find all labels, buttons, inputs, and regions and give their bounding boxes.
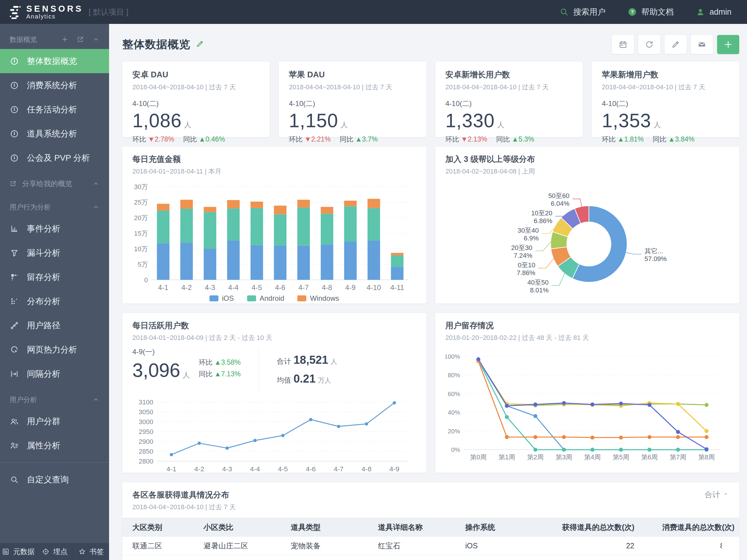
topbar-help-docs-link[interactable]: ?帮助文档 — [627, 6, 673, 17]
table-cell: 联通二区 — [122, 555, 204, 560]
add-button[interactable] — [717, 35, 739, 54]
svg-text:7.86%: 7.86% — [517, 269, 535, 276]
svg-text:20%: 20% — [447, 428, 460, 434]
sidebar-item-overall-overview[interactable]: 整体数据概览 — [0, 49, 109, 73]
plus-icon — [723, 39, 733, 50]
svg-text:20至30: 20至30 — [511, 244, 532, 251]
svg-text:4-9: 4-9 — [389, 465, 399, 473]
sidebar-item-guild-pvp[interactable]: 公会及 PVP 分析 — [0, 146, 109, 170]
table-cell: 22 — [557, 537, 646, 555]
retention-line-chart[interactable]: 0%20%40%60%80%100%第0周第1周第2周第3周第4周第5周第6周第… — [445, 348, 729, 473]
kpi-title: 苹果 DAU — [289, 69, 416, 80]
chart-subtitle: 2018-04-01~2018-04-09 | 过去 2 天 - 过去 10 天 — [132, 333, 416, 342]
topbar-admin-link[interactable]: admin — [696, 7, 731, 17]
section-label: 用户分析 — [9, 395, 37, 404]
sidebar-item-consumption-system[interactable]: 消费系统分析 — [0, 73, 109, 97]
guild-donut-chart[interactable]: 其它...57.09%40至508.01%0至107.86%20至307.24%… — [445, 181, 729, 303]
sidebar-item-interval-analysis[interactable]: 间隔分析 — [0, 362, 109, 386]
refresh-button[interactable] — [638, 35, 660, 54]
share-icon[interactable] — [77, 36, 84, 43]
svg-text:4-1: 4-1 — [158, 284, 169, 292]
kpi-date-range: 2018-04-04~2018-04-10 | 过去 7 天 — [602, 83, 729, 92]
table-header-cell: 消费道具的总次数(次) — [646, 517, 739, 537]
mail-button[interactable] — [691, 35, 713, 54]
brand-line1: SENSORS — [26, 4, 83, 13]
table-title: 各区各服获得道具情况分布 — [132, 489, 236, 500]
table-subtitle: 2018-04-04~2018-04-10 | 过去 7 天 — [132, 503, 236, 512]
footer-bookmarks-button[interactable]: 书签 — [73, 543, 109, 560]
ratio-value: ▼2.21% — [305, 135, 331, 143]
sidebar-section-shared-overview[interactable]: 分享给我的概览 — [0, 174, 109, 193]
ratio-label: 环比 — [445, 135, 459, 143]
svg-text:4-2: 4-2 — [194, 465, 204, 473]
table-row[interactable]: 联通二区避暑山庄二区宠物装备红宝石iOS228 — [122, 537, 722, 555]
ratio-label: 同比 — [199, 370, 212, 378]
aggregate-select[interactable]: 合计 — [704, 489, 729, 500]
table-row[interactable]: 联通二区避暑山庄二区药材舍利子Android226 — [122, 555, 722, 560]
bars-icon — [9, 224, 19, 233]
svg-text:2850: 2850 — [139, 448, 153, 455]
cell-value: 联通二区 — [132, 541, 162, 551]
sidebar-item-task-activity[interactable]: 任务活动分析 — [0, 97, 109, 122]
edit-button[interactable] — [665, 35, 687, 54]
table-cell: 8 — [646, 537, 722, 555]
aggregate-label: 合计 — [704, 489, 720, 500]
sidebar-item-attribute-analysis[interactable]: 属性分析 — [0, 433, 109, 458]
sidebar-item-distribution-analysis[interactable]: 分布分析 — [0, 289, 109, 313]
sidebar-item-event-analysis[interactable]: 事件分析 — [0, 216, 109, 241]
chevron-up-icon[interactable] — [92, 180, 100, 187]
topbar-search-users-link[interactable]: 搜索用户 — [559, 6, 606, 17]
sidebar-item-item-system[interactable]: 道具系统分析 — [0, 122, 109, 146]
dau-line-chart[interactable]: 28002850290029503000305031004-14-24-34-4… — [132, 397, 416, 473]
project-selector[interactable]: [ 默认项目 ] — [89, 7, 128, 17]
kpi-date: 4-10(二) — [132, 99, 260, 108]
svg-text:20万: 20万 — [134, 214, 148, 222]
sidebar-item-custom-query[interactable]: 自定义查询 — [0, 468, 109, 491]
cell-value: 宠物装备 — [291, 541, 320, 551]
share-icon — [9, 180, 17, 187]
kpi-card-ios-new-users: 苹果新增用户数2018-04-04~2018-04-10 | 过去 7 天4-1… — [592, 61, 739, 137]
legend-item[interactable]: Windows — [297, 294, 339, 302]
ratio: 同比▲3.7% — [340, 135, 378, 144]
sidebar-item-label: 分布分析 — [27, 296, 60, 307]
sidebar-item-web-heatmap[interactable]: 网页热力分析 — [0, 338, 109, 362]
svg-text:4-4: 4-4 — [250, 465, 260, 473]
gauge-icon — [9, 81, 19, 90]
sidebar-item-user-segmentation[interactable]: 用户分群 — [0, 409, 109, 433]
svg-text:10至20: 10至20 — [531, 209, 552, 217]
sidebar-item-user-path[interactable]: 用户路径 — [0, 313, 109, 338]
ratio-value: ▲0.46% — [199, 135, 225, 143]
legend-label: iOS — [222, 294, 234, 302]
route-icon — [9, 321, 19, 330]
ratio: 环比▼2.21% — [289, 135, 331, 144]
chevron-up-icon[interactable] — [92, 204, 100, 211]
pencil-icon[interactable] — [196, 40, 204, 48]
sidebar-item-retention-analysis[interactable]: 留存分析 — [0, 265, 109, 289]
avg-value: 0.21 — [293, 372, 315, 385]
legend-item[interactable]: Android — [247, 294, 284, 302]
legend-label: Android — [260, 294, 284, 302]
svg-text:4-7: 4-7 — [299, 284, 309, 292]
recharge-bar-chart[interactable]: 05万10万15万20万25万30万4-14-24-34-44-54-64-74… — [132, 181, 416, 292]
ratio-value: ▲1.81% — [617, 135, 644, 143]
table-cell: 避暑山庄二区 — [204, 537, 291, 555]
footer-tracking-button[interactable]: 埋点 — [36, 543, 73, 560]
table-cell: 红宝石 — [378, 537, 465, 555]
ratio: 同比▲7.13% — [199, 369, 240, 379]
table-cell: iOS — [465, 537, 557, 555]
table-cell: 药材 — [291, 555, 378, 560]
chevron-up-icon[interactable] — [92, 396, 100, 403]
caret-down-icon — [722, 491, 729, 497]
legend-item[interactable]: iOS — [209, 294, 234, 302]
footer-metadata-button[interactable]: 元数据 — [0, 543, 36, 560]
table-head-row: 大区类别小区类比道具类型道具详细名称操作系统获得道具的总次数(次)消费道具的总次… — [122, 517, 739, 537]
ratio: 环比▲3.58% — [199, 358, 240, 367]
vertical-divider — [258, 348, 259, 390]
calendar-button[interactable] — [612, 35, 634, 54]
chevron-up-icon[interactable] — [92, 36, 100, 43]
sidebar-item-funnel-analysis[interactable]: 漏斗分析 — [0, 241, 109, 265]
help-icon: ? — [627, 7, 637, 17]
svg-text:2950: 2950 — [139, 428, 153, 435]
svg-text:3050: 3050 — [139, 408, 153, 416]
plus-icon[interactable] — [61, 36, 69, 43]
